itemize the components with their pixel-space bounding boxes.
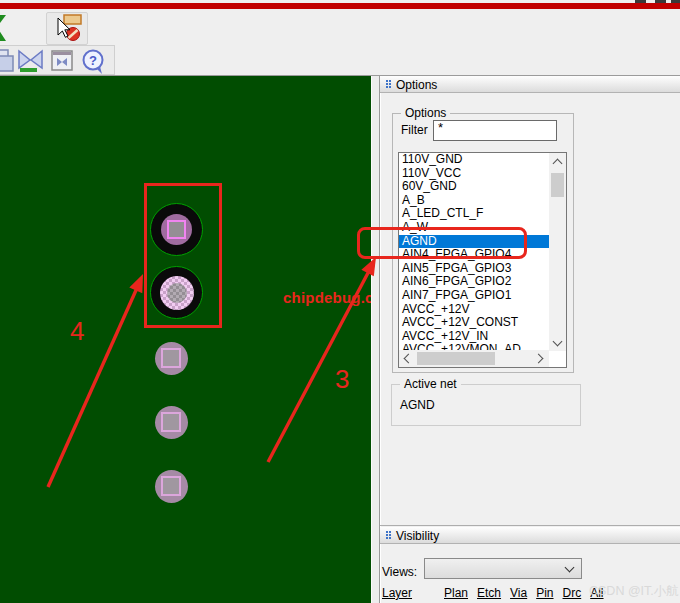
options-panel-header[interactable]: Options bbox=[380, 76, 680, 93]
visibility-column-plan[interactable]: Plan bbox=[444, 586, 468, 600]
filter-input[interactable] bbox=[433, 120, 557, 141]
annotation-rect-pads bbox=[144, 183, 222, 328]
bowtie-window-icon[interactable] bbox=[50, 48, 74, 74]
scroll-up-button[interactable] bbox=[549, 153, 566, 170]
visibility-columns: PlanEtchViaPinDrcAll bbox=[444, 586, 604, 600]
window-control-mark bbox=[671, 0, 680, 3]
views-dropdown[interactable] bbox=[424, 558, 582, 579]
bowtie-highlight-icon[interactable] bbox=[17, 48, 44, 74]
dock-grip-icon bbox=[386, 80, 388, 82]
pin-pad-1[interactable] bbox=[155, 342, 188, 375]
options-group-label: Options bbox=[401, 106, 450, 120]
views-label: Views: bbox=[382, 565, 417, 579]
scroll-right-button[interactable] bbox=[532, 350, 549, 367]
overlap-windows-icon[interactable] bbox=[0, 48, 14, 74]
window-control-mark bbox=[635, 0, 646, 3]
right-dock-panel: Options Options Filter 110V_GND110V_VCC6… bbox=[379, 76, 680, 603]
toolbar-row2: ? bbox=[0, 45, 115, 75]
visibility-column-via[interactable]: Via bbox=[510, 586, 527, 600]
pad-drill-square bbox=[161, 476, 181, 496]
horizontal-scrollbar[interactable] bbox=[399, 350, 549, 367]
pin-pad-2[interactable] bbox=[155, 406, 188, 439]
cursor-block-button[interactable] bbox=[46, 12, 88, 45]
net-list-item[interactable]: AIN5_FPGA_GPIO3 bbox=[399, 262, 549, 276]
visibility-column-etch[interactable]: Etch bbox=[477, 586, 501, 600]
pad-drill-square bbox=[161, 412, 181, 432]
visibility-column-drc[interactable]: Drc bbox=[563, 586, 582, 600]
watermark-csdn: CSDN @IT.小航 bbox=[589, 583, 679, 600]
help-icon[interactable]: ? bbox=[81, 48, 106, 75]
scroll-left-button[interactable] bbox=[399, 350, 416, 367]
visibility-column-pin[interactable]: Pin bbox=[536, 586, 553, 600]
chevron-down-icon bbox=[565, 563, 575, 573]
net-list-item[interactable]: AVCC_+12V bbox=[399, 303, 549, 317]
annotation-rect-agnd bbox=[357, 227, 527, 259]
net-list-item[interactable]: 110V_GND bbox=[399, 153, 549, 167]
net-list-box: 110V_GND110V_VCC60V_GNDA_BA_LED_CTL_FA_W… bbox=[398, 152, 567, 368]
window-control-mark bbox=[655, 0, 666, 3]
svg-text:?: ? bbox=[89, 53, 97, 68]
annotation-label-4: 4 bbox=[70, 316, 84, 347]
options-panel-title: Options bbox=[396, 78, 437, 92]
pad-drill-square bbox=[161, 348, 181, 368]
cursor-block-icon bbox=[53, 14, 91, 43]
pcb-canvas[interactable]: 4 3 chipdebug.com bbox=[0, 76, 371, 603]
net-list-item[interactable]: 60V_GND bbox=[399, 180, 549, 194]
vertical-scroll-thumb[interactable] bbox=[551, 173, 564, 197]
net-list-item[interactable]: AVCC_+12V_CONST bbox=[399, 316, 549, 330]
dock-grip-icon bbox=[386, 531, 388, 533]
filter-label: Filter bbox=[401, 123, 428, 137]
visibility-panel-title: Visibility bbox=[396, 529, 439, 543]
window-top-accent-line bbox=[0, 3, 680, 9]
annotation-label-3: 3 bbox=[335, 364, 349, 395]
pin-pad-3[interactable] bbox=[155, 470, 188, 503]
visibility-panel-header[interactable]: Visibility bbox=[380, 527, 680, 544]
net-list-item[interactable]: AIN6_FPGA_GPIO2 bbox=[399, 275, 549, 289]
active-net-groupbox: Active net AGND bbox=[391, 384, 581, 426]
active-net-label: Active net bbox=[400, 377, 461, 391]
visibility-layer-link[interactable]: Layer bbox=[382, 586, 412, 600]
vertical-scrollbar[interactable] bbox=[549, 153, 566, 351]
net-list-item[interactable]: AVCC_+12V_IN bbox=[399, 330, 549, 344]
net-list-item[interactable]: AIN7_FPGA_GPIO1 bbox=[399, 289, 549, 303]
active-net-value: AGND bbox=[400, 398, 435, 412]
net-list-item[interactable]: 110V_VCC bbox=[399, 167, 549, 181]
net-list-item[interactable]: A_B bbox=[399, 194, 549, 208]
horizontal-scroll-thumb[interactable] bbox=[417, 352, 495, 365]
panel-divider bbox=[380, 525, 680, 526]
panel-splitter[interactable] bbox=[371, 76, 379, 603]
net-list-item[interactable]: A_LED_CTL_F bbox=[399, 207, 549, 221]
green-x-icon[interactable] bbox=[0, 14, 18, 42]
scroll-down-button[interactable] bbox=[549, 334, 566, 351]
